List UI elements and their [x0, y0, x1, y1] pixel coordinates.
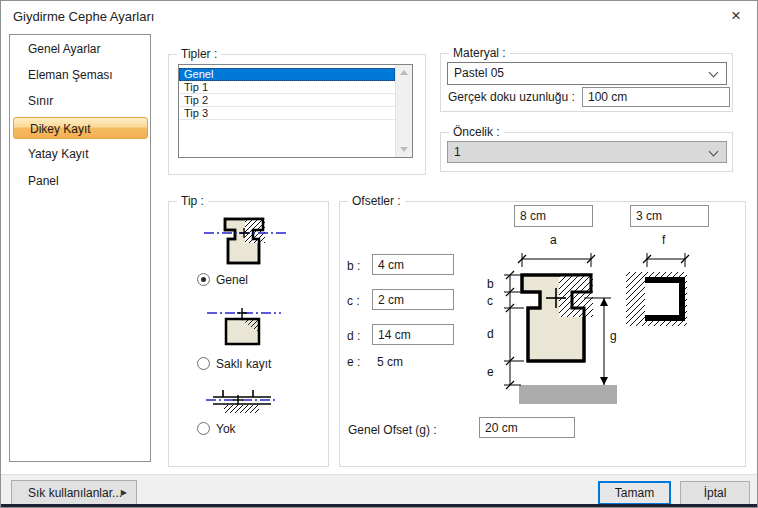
dim-label-a: a — [550, 233, 557, 247]
offset-e-label: e : — [347, 355, 360, 369]
radio-yok-label[interactable]: Yok — [216, 422, 236, 436]
list-scrollbar[interactable] — [395, 65, 412, 157]
offset-c-label: c : — [347, 294, 360, 308]
tip-yok-diagram — [199, 384, 295, 418]
radio-genel-label[interactable]: Genel — [216, 273, 248, 287]
bottom-edge — [1, 504, 757, 508]
sidebar-item-dikey-kayit[interactable]: Dikey Kayıt — [13, 117, 148, 139]
ok-button[interactable]: Tamam — [598, 481, 671, 505]
ofsetler-group-label: Ofsetler : — [348, 194, 405, 208]
list-item-tip1[interactable]: Tip 1 — [179, 81, 395, 94]
materyal-combobox[interactable]: Pastel 05 — [447, 62, 727, 85]
genel-ofset-label: Genel Ofset (g) : — [348, 423, 437, 437]
sidebar-item-genel-ayarlar[interactable]: Genel Ayarlar — [12, 38, 148, 60]
texture-length-input[interactable] — [582, 87, 730, 107]
tip-group-label: Tip : — [177, 194, 208, 208]
offset-c-input[interactable] — [372, 289, 454, 310]
favorites-button[interactable]: Sık kullanılanlar... ▶ — [11, 480, 137, 505]
sidebar-item-eleman-semasi[interactable]: Eleman Şeması — [12, 64, 148, 86]
radio-sakli-kayit-label[interactable]: Saklı kayıt — [216, 357, 271, 371]
dim-label-c: c — [487, 294, 493, 308]
genel-ofset-input[interactable] — [479, 417, 575, 438]
curtain-wall-settings-dialog: Giydirme Cephe Ayarları × Genel Ayarlar … — [0, 0, 758, 508]
radio-yok[interactable] — [197, 422, 210, 435]
cancel-button[interactable]: İptal — [680, 481, 750, 505]
favorites-button-label: Sık kullanılanlar... — [28, 486, 122, 500]
radio-sakli-kayit[interactable] — [197, 357, 210, 370]
offset-b-input[interactable] — [372, 254, 454, 275]
offset-a-input[interactable] — [514, 205, 593, 227]
materyal-combobox-value: Pastel 05 — [454, 66, 504, 80]
offset-d-input[interactable] — [372, 324, 454, 345]
list-item-tip3[interactable]: Tip 3 — [179, 107, 395, 120]
dim-label-d: d — [487, 327, 494, 341]
texture-length-label: Gerçek doku uzunluğu : — [448, 90, 575, 104]
close-icon[interactable]: × — [723, 5, 749, 27]
sidebar-item-yatay-kayit[interactable]: Yatay Kayıt — [12, 143, 148, 165]
list-item-genel[interactable]: Genel — [179, 68, 395, 81]
sidebar-item-sinir[interactable]: Sınır — [12, 90, 148, 112]
offset-b-label: b : — [347, 259, 360, 273]
oncelik-combobox-value: 1 — [454, 145, 461, 159]
dim-label-e: e — [487, 365, 494, 379]
offset-f-input[interactable] — [630, 205, 709, 227]
oncelik-group-label: Öncelik : — [449, 125, 504, 139]
offset-d-label: d : — [347, 329, 360, 343]
chevron-down-icon — [709, 147, 719, 157]
materyal-group-label: Materyal : — [449, 46, 510, 60]
mullion-profile-diagram — [479, 231, 719, 411]
tip-genel-diagram — [199, 213, 295, 267]
dim-label-f: f — [662, 233, 665, 247]
radio-genel[interactable] — [197, 273, 210, 286]
dim-label-g: g — [610, 329, 617, 343]
offset-e-value: 5 cm — [377, 355, 403, 369]
scroll-down-icon[interactable] — [396, 142, 413, 157]
chevron-down-icon — [709, 68, 719, 78]
scroll-up-icon[interactable] — [396, 65, 413, 80]
oncelik-combobox[interactable]: 1 — [447, 141, 727, 163]
dialog-title: Giydirme Cephe Ayarları — [13, 9, 154, 24]
arrow-right-icon: ▶ — [121, 488, 127, 497]
tipler-group-label: Tipler : — [177, 47, 221, 61]
tip-list: Genel Tip 1 Tip 2 Tip 3 — [178, 64, 413, 158]
footer-bar: Sık kullanılanlar... ▶ Tamam İptal — [1, 474, 757, 504]
list-item-tip2[interactable]: Tip 2 — [179, 94, 395, 107]
settings-sidebar: Genel Ayarlar Eleman Şeması Sınır Dikey … — [9, 34, 151, 462]
dim-label-b: b — [487, 277, 494, 291]
sidebar-item-panel[interactable]: Panel — [12, 170, 148, 192]
tip-sakli-kayit-diagram — [199, 304, 295, 348]
title-bar: Giydirme Cephe Ayarları × — [1, 1, 757, 31]
